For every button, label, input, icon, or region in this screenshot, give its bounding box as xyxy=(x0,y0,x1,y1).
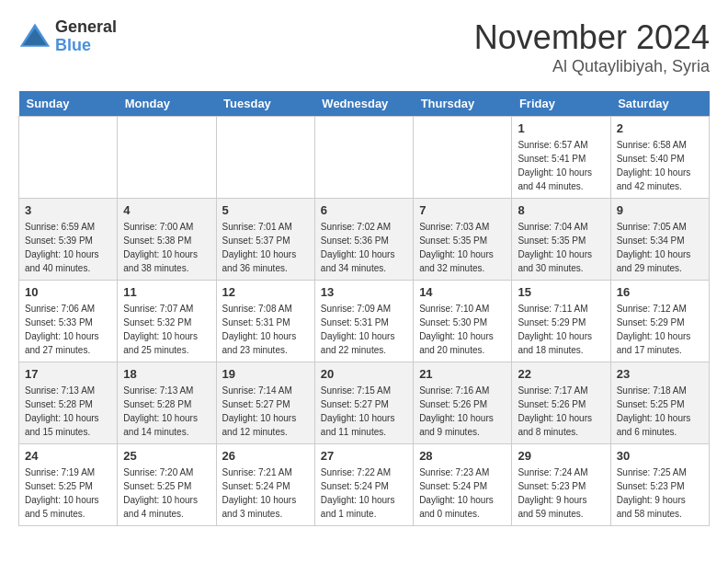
day-info: Sunrise: 6:59 AM Sunset: 5:39 PM Dayligh… xyxy=(25,220,111,275)
day-info: Sunrise: 6:58 AM Sunset: 5:40 PM Dayligh… xyxy=(617,138,703,193)
calendar-cell: 17Sunrise: 7:13 AM Sunset: 5:28 PM Dayli… xyxy=(19,362,118,444)
logo-general: General xyxy=(55,18,117,37)
day-number: 7 xyxy=(419,203,506,217)
day-info: Sunrise: 7:03 AM Sunset: 5:35 PM Dayligh… xyxy=(419,220,506,275)
weekday-header-wednesday: Wednesday xyxy=(314,91,413,117)
day-number: 2 xyxy=(617,121,703,135)
day-info: Sunrise: 7:25 AM Sunset: 5:23 PM Dayligh… xyxy=(617,465,703,521)
calendar-cell: 28Sunrise: 7:23 AM Sunset: 5:24 PM Dayli… xyxy=(414,444,512,526)
day-number: 15 xyxy=(518,285,604,299)
calendar-cell: 25Sunrise: 7:20 AM Sunset: 5:25 PM Dayli… xyxy=(118,444,216,526)
day-number: 20 xyxy=(321,367,407,381)
day-info: Sunrise: 7:07 AM Sunset: 5:32 PM Dayligh… xyxy=(123,302,210,357)
calendar-cell xyxy=(118,117,216,199)
calendar-cell: 7Sunrise: 7:03 AM Sunset: 5:35 PM Daylig… xyxy=(414,199,512,281)
logo-blue: Blue xyxy=(55,37,117,55)
calendar-cell: 9Sunrise: 7:05 AM Sunset: 5:34 PM Daylig… xyxy=(610,199,709,281)
day-info: Sunrise: 7:20 AM Sunset: 5:25 PM Dayligh… xyxy=(123,465,210,521)
day-number: 13 xyxy=(321,285,407,299)
day-number: 14 xyxy=(419,285,506,299)
calendar-cell: 14Sunrise: 7:10 AM Sunset: 5:30 PM Dayli… xyxy=(414,281,512,362)
calendar-cell: 16Sunrise: 7:12 AM Sunset: 5:29 PM Dayli… xyxy=(610,281,709,362)
day-info: Sunrise: 6:57 AM Sunset: 5:41 PM Dayligh… xyxy=(518,138,604,193)
calendar-cell: 13Sunrise: 7:09 AM Sunset: 5:31 PM Dayli… xyxy=(314,281,413,362)
day-number: 5 xyxy=(222,203,309,217)
calendar-cell: 22Sunrise: 7:17 AM Sunset: 5:26 PM Dayli… xyxy=(512,362,610,444)
day-number: 28 xyxy=(419,449,506,463)
day-number: 12 xyxy=(222,285,309,299)
calendar-cell: 3Sunrise: 6:59 AM Sunset: 5:39 PM Daylig… xyxy=(19,199,118,281)
day-number: 18 xyxy=(123,367,210,381)
logo-icon xyxy=(18,20,51,53)
weekday-header-tuesday: Tuesday xyxy=(216,91,314,117)
day-info: Sunrise: 7:08 AM Sunset: 5:31 PM Dayligh… xyxy=(222,302,309,357)
calendar-body: 1Sunrise: 6:57 AM Sunset: 5:41 PM Daylig… xyxy=(19,117,710,526)
day-info: Sunrise: 7:09 AM Sunset: 5:31 PM Dayligh… xyxy=(321,302,407,357)
day-info: Sunrise: 7:19 AM Sunset: 5:25 PM Dayligh… xyxy=(25,465,111,521)
day-number: 26 xyxy=(222,449,309,463)
day-info: Sunrise: 7:18 AM Sunset: 5:25 PM Dayligh… xyxy=(617,384,703,439)
day-number: 10 xyxy=(25,285,111,299)
day-info: Sunrise: 7:24 AM Sunset: 5:23 PM Dayligh… xyxy=(518,465,604,521)
calendar-cell: 1Sunrise: 6:57 AM Sunset: 5:41 PM Daylig… xyxy=(512,117,610,199)
calendar-table: SundayMondayTuesdayWednesdayThursdayFrid… xyxy=(18,91,710,526)
day-number: 11 xyxy=(123,285,210,299)
day-number: 29 xyxy=(518,449,604,463)
logo-text: General Blue xyxy=(55,18,117,55)
calendar-cell xyxy=(314,117,413,199)
weekday-header-saturday: Saturday xyxy=(610,91,709,117)
day-number: 23 xyxy=(617,367,703,381)
calendar-cell: 27Sunrise: 7:22 AM Sunset: 5:24 PM Dayli… xyxy=(314,444,413,526)
calendar-cell: 20Sunrise: 7:15 AM Sunset: 5:27 PM Dayli… xyxy=(314,362,413,444)
calendar-cell: 6Sunrise: 7:02 AM Sunset: 5:36 PM Daylig… xyxy=(314,199,413,281)
month-title: November 2024 xyxy=(474,18,710,57)
day-number: 16 xyxy=(617,285,703,299)
calendar-week-4: 17Sunrise: 7:13 AM Sunset: 5:28 PM Dayli… xyxy=(19,362,710,444)
logo: General Blue xyxy=(18,18,117,55)
day-number: 6 xyxy=(321,203,407,217)
calendar-cell: 11Sunrise: 7:07 AM Sunset: 5:32 PM Dayli… xyxy=(118,281,216,362)
day-info: Sunrise: 7:17 AM Sunset: 5:26 PM Dayligh… xyxy=(518,384,604,439)
calendar-cell: 4Sunrise: 7:00 AM Sunset: 5:38 PM Daylig… xyxy=(118,199,216,281)
calendar-cell: 10Sunrise: 7:06 AM Sunset: 5:33 PM Dayli… xyxy=(19,281,118,362)
calendar-header: SundayMondayTuesdayWednesdayThursdayFrid… xyxy=(19,91,710,117)
weekday-header-thursday: Thursday xyxy=(414,91,512,117)
calendar-cell: 21Sunrise: 7:16 AM Sunset: 5:26 PM Dayli… xyxy=(414,362,512,444)
day-number: 19 xyxy=(222,367,309,381)
day-number: 9 xyxy=(617,203,703,217)
day-info: Sunrise: 7:22 AM Sunset: 5:24 PM Dayligh… xyxy=(321,465,407,521)
day-info: Sunrise: 7:05 AM Sunset: 5:34 PM Dayligh… xyxy=(617,220,703,275)
day-info: Sunrise: 7:13 AM Sunset: 5:28 PM Dayligh… xyxy=(25,384,111,439)
calendar-cell: 23Sunrise: 7:18 AM Sunset: 5:25 PM Dayli… xyxy=(610,362,709,444)
title-block: November 2024 Al Qutaylibiyah, Syria xyxy=(474,18,710,76)
day-info: Sunrise: 7:02 AM Sunset: 5:36 PM Dayligh… xyxy=(321,220,407,275)
calendar-cell: 24Sunrise: 7:19 AM Sunset: 5:25 PM Dayli… xyxy=(19,444,118,526)
day-number: 3 xyxy=(25,203,111,217)
day-number: 22 xyxy=(518,367,604,381)
day-info: Sunrise: 7:23 AM Sunset: 5:24 PM Dayligh… xyxy=(419,465,506,521)
day-number: 25 xyxy=(123,449,210,463)
day-info: Sunrise: 7:14 AM Sunset: 5:27 PM Dayligh… xyxy=(222,384,309,439)
calendar-cell: 26Sunrise: 7:21 AM Sunset: 5:24 PM Dayli… xyxy=(216,444,314,526)
day-number: 8 xyxy=(518,203,604,217)
calendar-cell xyxy=(216,117,314,199)
day-info: Sunrise: 7:00 AM Sunset: 5:38 PM Dayligh… xyxy=(123,220,210,275)
location-title: Al Qutaylibiyah, Syria xyxy=(474,57,710,76)
day-info: Sunrise: 7:01 AM Sunset: 5:37 PM Dayligh… xyxy=(222,220,309,275)
calendar-week-1: 1Sunrise: 6:57 AM Sunset: 5:41 PM Daylig… xyxy=(19,117,710,199)
day-number: 21 xyxy=(419,367,506,381)
calendar-cell: 2Sunrise: 6:58 AM Sunset: 5:40 PM Daylig… xyxy=(610,117,709,199)
day-info: Sunrise: 7:13 AM Sunset: 5:28 PM Dayligh… xyxy=(123,384,210,439)
calendar-cell: 12Sunrise: 7:08 AM Sunset: 5:31 PM Dayli… xyxy=(216,281,314,362)
day-info: Sunrise: 7:06 AM Sunset: 5:33 PM Dayligh… xyxy=(25,302,111,357)
day-number: 30 xyxy=(617,449,703,463)
calendar-cell xyxy=(19,117,118,199)
weekday-header-monday: Monday xyxy=(118,91,216,117)
calendar-cell xyxy=(414,117,512,199)
day-number: 4 xyxy=(123,203,210,217)
day-info: Sunrise: 7:10 AM Sunset: 5:30 PM Dayligh… xyxy=(419,302,506,357)
calendar-cell: 30Sunrise: 7:25 AM Sunset: 5:23 PM Dayli… xyxy=(610,444,709,526)
day-number: 27 xyxy=(321,449,407,463)
day-info: Sunrise: 7:16 AM Sunset: 5:26 PM Dayligh… xyxy=(419,384,506,439)
calendar-week-3: 10Sunrise: 7:06 AM Sunset: 5:33 PM Dayli… xyxy=(19,281,710,362)
